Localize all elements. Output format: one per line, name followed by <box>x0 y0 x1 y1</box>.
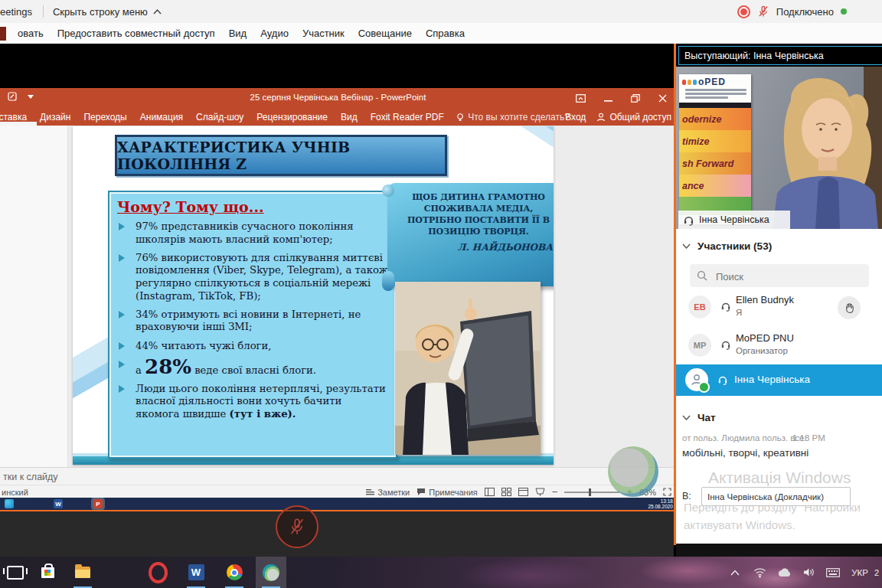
participant-name: MoPED PNU <box>736 332 794 344</box>
chevron-down-icon <box>682 243 691 249</box>
chat-message-time: 1:18 PM <box>792 433 825 443</box>
headset-icon <box>683 214 694 226</box>
panel-bottom-strip <box>676 544 882 557</box>
comment-icon <box>416 488 426 496</box>
webex-ball-overlay <box>608 446 658 497</box>
participant-name: Ellen Budnyk <box>736 294 794 305</box>
logo-figure <box>688 80 691 85</box>
avatar: EB <box>688 296 711 318</box>
keyboard-icon <box>826 568 840 577</box>
slide-box-header: Чому? Тому що... <box>117 198 388 215</box>
slide-bullet: 76% використовують для спілкування миттє… <box>116 252 388 303</box>
slide-bullet: Люди цього покоління нетерплячі, результ… <box>116 383 388 421</box>
file-explorer-button[interactable] <box>67 557 98 588</box>
bullet-text: 76% використовують для спілкування миттє… <box>136 252 388 302</box>
banner-smalltext <box>679 88 751 102</box>
mute-button-overlay[interactable] <box>276 505 318 548</box>
banner-strip <box>679 103 751 108</box>
ppt-window-title: 25 серпня Червінська Вебінар - PowerPoin… <box>0 93 676 102</box>
tab-review: Рецензирование <box>250 112 335 122</box>
menu-item-partial[interactable]: овать <box>11 28 51 39</box>
slide-bullet: 44% читають чужі блоги, <box>116 340 388 353</box>
microsoft-store-button[interactable] <box>32 557 63 588</box>
onedrive-tray-icon[interactable] <box>772 568 796 577</box>
language-indicator[interactable]: УКР <box>845 568 874 577</box>
avatar <box>685 368 708 391</box>
participant-row[interactable]: MP MoPED PNU Организатор <box>676 329 882 364</box>
edge-icon <box>5 499 14 508</box>
touch-keyboard-tray-icon[interactable] <box>821 568 845 577</box>
chat-recipient-value: Інна Червінська (Докладчик) <box>707 492 824 501</box>
chat-recipient-select[interactable]: Інна Червінська (Докладчик) <box>701 487 851 506</box>
app-title-partial: eetings <box>0 6 32 18</box>
reading-view-icon <box>518 488 528 496</box>
muted-mic-icon[interactable] <box>757 5 769 18</box>
menu-item-view[interactable]: Вид <box>222 28 254 39</box>
tab-foxit: Foxit Reader PDF <box>364 112 450 122</box>
participant-row-selected[interactable]: Інна Червінська <box>676 364 882 396</box>
bullet-marker-icon <box>119 223 125 230</box>
wifi-tray-icon[interactable] <box>747 567 772 578</box>
menu-item-meeting[interactable]: Совещание <box>351 28 419 39</box>
participants-header-label: Участники (53) <box>697 240 772 252</box>
word-icon: W <box>188 564 204 580</box>
bullet-text: 97% представників сучасного покоління шк… <box>136 220 354 245</box>
slide-photo-boy-at-computer <box>395 282 541 455</box>
participant-row[interactable]: EB Ellen Budnyk Я <box>676 291 882 327</box>
slide-content-box: Чому? Тому що... 97% представників сучас… <box>108 191 397 459</box>
menu-item-help[interactable]: Справка <box>419 28 472 39</box>
slideshow-icon <box>535 488 545 496</box>
webex-button[interactable] <box>256 557 286 588</box>
tray-expand-button[interactable] <box>723 570 747 576</box>
video-name-tag: Інна Червінська <box>678 211 790 229</box>
bullet-text: 34% отримують всі новини в Інтернеті, не… <box>136 309 361 333</box>
task-view-icon <box>7 566 24 580</box>
slide-bullet: 97% представників сучасного покоління шк… <box>116 220 388 246</box>
volume-tray-icon[interactable] <box>796 567 821 577</box>
ribbon-options-icon <box>576 94 586 103</box>
ppt-titlebar: 25 серпня Червінська Вебінар - PowerPoin… <box>0 88 676 108</box>
chat-header[interactable]: Чат <box>676 404 882 430</box>
logo-figure <box>693 80 697 85</box>
quote-author: Л. НАЙДЬОНОВА <box>400 241 554 253</box>
record-indicator-icon[interactable] <box>737 5 750 18</box>
ppt-notes-bar: тки к слайду <box>0 467 679 485</box>
opera-button[interactable] <box>142 557 173 588</box>
tab-design: Дизайн <box>34 112 77 122</box>
speaker-icon <box>803 567 815 577</box>
muted-mic-icon <box>288 518 306 536</box>
big-percent: 28% <box>145 355 191 378</box>
webex-titlebar: eetings Скрыть строку меню Подключено <box>0 0 882 23</box>
raise-hand-button[interactable] <box>838 296 861 319</box>
chat-to-label: В: <box>682 491 691 501</box>
task-view-button[interactable] <box>0 557 31 588</box>
menu-item-audio[interactable]: Аудио <box>253 28 296 39</box>
ppt-share-label: Общий доступ <box>609 112 671 122</box>
bullet-marker-icon <box>119 342 125 350</box>
chrome-icon <box>227 564 243 580</box>
zoom-slider <box>564 492 619 493</box>
notes-button: Заметки <box>366 488 410 497</box>
presenter-clock: 13:18 25.08.2020 <box>648 498 673 509</box>
clock-partial[interactable]: 2 <box>874 568 882 577</box>
participants-header[interactable]: Участники (53) <box>676 232 882 260</box>
menu-item-participant[interactable]: Участник <box>296 28 351 39</box>
hide-menubar-button[interactable]: Скрыть строку меню <box>53 6 162 18</box>
participant-search[interactable] <box>690 264 869 287</box>
windows-watermark: Активація Windows <box>708 469 851 487</box>
search-input[interactable] <box>714 266 863 286</box>
tab-transitions: Переходы <box>77 112 133 122</box>
menu-item-share[interactable]: Предоставить совместный доступ <box>51 28 222 39</box>
notes-icon <box>366 488 374 496</box>
search-icon <box>697 270 707 281</box>
tab-view: Вид <box>334 112 364 122</box>
zoom-slider-thumb <box>589 488 591 496</box>
word-button[interactable]: W <box>181 557 211 588</box>
chrome-button[interactable] <box>219 557 250 588</box>
webex-icon <box>263 564 279 581</box>
slide-thumbnail-pane <box>0 126 68 467</box>
chat-message-meta: от польз. Людмила польз. все: <box>682 433 807 443</box>
status-language-partial: инский <box>0 488 28 497</box>
slide-quote-scroll: ЩОБ ДИТИНА ГРАМОТНО СПОЖИВАЛА МЕДІА, ПОТ… <box>387 183 554 286</box>
person-icon <box>596 113 606 122</box>
